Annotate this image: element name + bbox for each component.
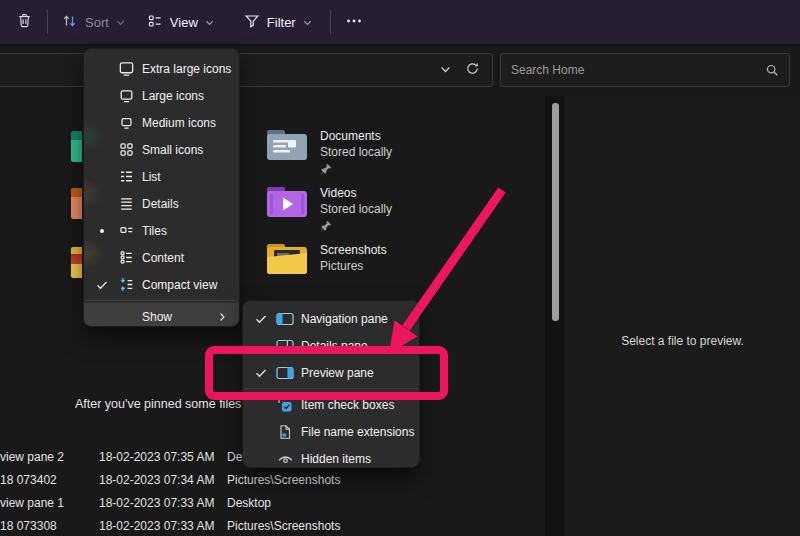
file-name: 18 073402 [0,473,92,487]
submenu-item-file-name-extensions[interactable]: File name extensions [243,418,419,445]
submenu-item-navigation-pane[interactable]: Navigation pane [243,305,419,332]
preview-message: Select a file to preview. [565,334,800,348]
sort-icon [62,13,78,32]
videos-folder-icon [266,185,308,235]
quick-access-item-videos[interactable]: Videos Stored locally [266,185,526,235]
search-icon[interactable] [766,64,789,77]
delete-button[interactable] [8,6,41,38]
quick-access-item-screenshots[interactable]: Screenshots Pictures [266,242,526,292]
view-icon [147,13,163,32]
sort-label: Sort [85,15,109,30]
selected-bullet-icon [94,229,110,233]
small-icons-icon [117,141,135,158]
navigation-pane-icon [276,312,294,326]
more-icon [345,13,363,32]
toolbar-divider [47,10,48,34]
view-button[interactable]: View [139,6,222,38]
hidden-items-eye-icon [276,452,294,466]
file-name: view pane 2 [0,450,92,464]
item-check-boxes-icon [276,397,294,413]
menu-item-extra-large-icons[interactable]: Extra large icons [84,55,239,82]
menu-separator [244,388,418,389]
file-location: Pictures\Screenshots [227,519,340,533]
folder-detail: Pictures [320,259,387,273]
search-input[interactable] [501,63,766,77]
menu-item-compact-view[interactable]: Compact view [84,271,239,298]
scrollbar-track [545,96,565,536]
filter-button[interactable]: Filter [236,6,320,38]
file-name: view pane 1 [0,496,92,510]
list-icon [117,168,135,185]
view-menu: Extra large icons Large icons Medium ico… [83,48,240,327]
submenu-item-preview-pane[interactable]: Preview pane [243,359,419,386]
menu-item-show[interactable]: Show [84,303,239,327]
details-icon [117,195,135,212]
address-bar[interactable] [0,53,493,87]
menu-item-list[interactable]: List [84,163,239,190]
submenu-item-hidden-items[interactable]: Hidden items [243,445,419,468]
command-bar: Sort View Filter [0,0,800,46]
hidden-folder-tile [71,188,82,219]
filter-label: Filter [267,15,296,30]
filter-icon [244,13,260,32]
chevron-down-icon [116,15,125,30]
folder-name: Documents [320,129,392,143]
menu-item-details[interactable]: Details [84,190,239,217]
checkmark-icon [253,313,269,325]
file-date: 18-02-2023 07:35 AM [99,450,214,464]
preview-pane-icon [276,366,294,380]
file-location: Pictures\Screenshots [227,473,340,487]
pin-icon [320,161,392,179]
pin-icon [320,218,392,236]
menu-item-medium-icons[interactable]: Medium icons [84,109,239,136]
quick-access-item-documents[interactable]: Documents Stored locally [266,128,526,178]
file-name: 18 073308 [0,519,92,533]
checkmark-icon [94,279,110,291]
hidden-folder-tile [71,247,82,278]
menu-item-content[interactable]: Content [84,244,239,271]
file-name-extensions-icon [276,424,294,440]
extra-large-icons-icon [117,60,135,77]
menu-separator [85,300,238,301]
large-icons-icon [117,87,135,104]
toolbar-divider [330,10,331,34]
file-explorer-window: Sort View Filter [0,0,800,536]
medium-icons-icon [117,114,135,131]
chevron-down-icon [205,15,214,30]
content-icon [117,249,135,266]
documents-folder-icon [266,128,308,178]
menu-item-small-icons[interactable]: Small icons [84,136,239,163]
view-label: View [170,15,198,30]
see-more-button[interactable] [337,6,371,38]
refresh-icon[interactable] [465,61,480,80]
screenshots-folder-icon [266,242,308,292]
details-pane-icon [276,339,294,353]
submenu-arrow-icon [217,312,227,322]
checkmark-icon [253,367,269,379]
submenu-item-details-pane[interactable]: Details pane [243,332,419,359]
preview-pane: Select a file to preview. [565,96,800,536]
file-location: Desktop [227,496,271,510]
file-date: 18-02-2023 07:33 AM [99,519,214,533]
folder-name: Screenshots [320,243,387,257]
scrollbar[interactable] [552,103,559,321]
folder-detail: Stored locally [320,202,392,216]
file-date: 18-02-2023 07:33 AM [99,496,214,510]
trash-icon [16,12,33,32]
hidden-folder-tile [71,131,82,162]
tiles-icon [117,222,135,239]
submenu-item-item-check-boxes[interactable]: Item check boxes [243,391,419,418]
address-dropdown-chevron-icon[interactable] [440,61,451,79]
file-date: 18-02-2023 07:34 AM [99,473,214,487]
menu-item-large-icons[interactable]: Large icons [84,82,239,109]
show-submenu: Navigation pane Details pane Preview pan… [242,300,420,468]
sort-button[interactable]: Sort [54,6,133,38]
menu-item-tiles[interactable]: Tiles [84,217,239,244]
chevron-down-icon [303,15,312,30]
folder-detail: Stored locally [320,145,392,159]
search-box [500,53,790,87]
folder-name: Videos [320,186,392,200]
compact-view-icon [117,276,135,293]
